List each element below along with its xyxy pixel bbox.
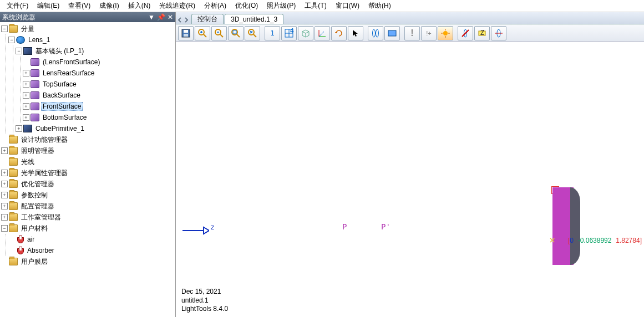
axes-button[interactable] (315, 26, 330, 40)
expand-icon[interactable]: + (23, 81, 29, 88)
panel-title: 系统浏览器 (2, 13, 36, 22)
tab-console[interactable]: 控制台 (191, 14, 224, 24)
wireframe-lens-button[interactable] (368, 26, 383, 40)
tree-bottomsurface[interactable]: BottomSurface (41, 113, 88, 122)
tree-design-mgr[interactable]: 设计功能管理器 (19, 135, 69, 145)
info-button[interactable]: ! (404, 26, 420, 40)
select-button[interactable] (348, 26, 363, 40)
expand-icon[interactable]: + (16, 125, 22, 132)
principal-point-p-prime: P' (381, 222, 391, 231)
expand-icon[interactable]: + (23, 103, 29, 110)
render-button[interactable] (438, 26, 453, 40)
menu-raytrace[interactable]: 光线追迹(R) (155, 0, 200, 12)
quad-view-button[interactable]: 4 (281, 26, 297, 40)
surface-icon (31, 69, 39, 77)
tree-frontsurface-selected[interactable]: FrontSurface (41, 102, 83, 111)
tree-baselens[interactable]: 基本镜头 (LP_1) (34, 46, 85, 57)
tree-topsurface[interactable]: TopSurface (41, 80, 78, 89)
tree-user-coatings[interactable]: 用户膜层 (19, 257, 49, 267)
menu-tools[interactable]: 工具(T) (300, 0, 331, 12)
expand-icon[interactable]: + (1, 181, 8, 187)
principal-point-p: P (342, 222, 347, 231)
save-button[interactable] (178, 26, 194, 40)
shaded-view-button[interactable] (384, 26, 400, 40)
menu-window[interactable]: 窗口(W) (331, 0, 364, 12)
menu-file[interactable]: 文件(F) (2, 0, 33, 12)
lens-element-button[interactable] (491, 26, 506, 40)
lens-rear-face (570, 187, 580, 265)
tree-mat-air[interactable]: air (26, 235, 36, 244)
zoom-fit-button[interactable] (245, 26, 260, 40)
collapse-icon[interactable]: − (1, 225, 8, 232)
single-view-button[interactable]: 1 (265, 26, 280, 40)
zoom-in-button[interactable] (195, 26, 210, 40)
collapse-icon[interactable]: − (8, 37, 15, 43)
footer-date: Dec 15, 2021 (181, 288, 228, 296)
coordinate-readout: [0 -0.0638992 1.82784] (568, 236, 642, 244)
tree-lensrearsurface[interactable]: LensRearSurface (41, 69, 96, 78)
collapse-icon[interactable]: − (16, 48, 22, 54)
menu-edit[interactable]: 编辑(E) (33, 0, 64, 12)
svg-line-31 (462, 30, 469, 37)
folder-icon (9, 180, 18, 188)
svg-text:4: 4 (290, 28, 294, 34)
tree-opt-mgr[interactable]: 优化管理器 (19, 179, 56, 190)
surface-icon (31, 103, 39, 110)
expand-icon[interactable]: + (23, 70, 29, 76)
menu-bar: 文件(F) 编辑(E) 查看(V) 成像(I) 插入(N) 光线追迹(R) 分析… (0, 0, 644, 12)
zoom-out-button[interactable] (211, 26, 227, 40)
expand-icon[interactable]: + (1, 203, 8, 209)
menu-image[interactable]: 成像(I) (95, 0, 123, 12)
expand-icon[interactable]: + (23, 92, 29, 99)
tree-mat-absorber[interactable]: Absorber (26, 246, 56, 255)
folder-icon (9, 224, 18, 232)
collapse-icon[interactable]: − (1, 25, 8, 32)
tree-config-mgr[interactable]: 配置管理器 (19, 201, 56, 212)
tree-lensfrontsurface[interactable]: (LensFrontSurface) (41, 58, 102, 67)
tree-param[interactable]: 参数控制 (19, 190, 49, 201)
tree-root[interactable]: 分量 (19, 24, 36, 34)
menu-photoreal[interactable]: 照片级(P) (262, 0, 300, 12)
svg-line-11 (237, 34, 240, 37)
expand-icon[interactable]: + (1, 192, 8, 198)
rotate-button[interactable] (331, 26, 347, 40)
3d-viewport[interactable]: z P P' × [0 -0.0638992 1.82784] Dec 15, … (176, 42, 644, 317)
menu-analysis[interactable]: 分析(A) (200, 0, 231, 12)
folder-icon (9, 258, 18, 265)
tree-lens[interactable]: Lens_1 (27, 35, 52, 44)
expand-icon[interactable]: + (1, 214, 8, 221)
view-cube-button[interactable] (298, 26, 313, 40)
expand-icon[interactable]: + (23, 114, 29, 121)
hide-rays-button[interactable] (458, 26, 473, 40)
z-axis-arrow-icon (181, 225, 209, 236)
tree-user-materials[interactable]: 用户材料 (19, 223, 49, 234)
tab-next-icon[interactable] (184, 17, 189, 23)
expand-icon[interactable]: + (1, 147, 8, 154)
tree-backsurface[interactable]: BackSurface (41, 91, 82, 100)
svg-rect-12 (233, 30, 236, 34)
panel-close-icon[interactable]: ✕ (168, 13, 173, 21)
panel-pin-icon[interactable]: 📌 (157, 13, 165, 21)
menu-insert[interactable]: 插入(N) (124, 0, 155, 12)
lens-icon (16, 36, 25, 44)
tree-ray[interactable]: 光线 (19, 157, 36, 167)
axis-label-z: z (210, 223, 215, 231)
tree-studio-mgr[interactable]: 工作室管理器 (19, 212, 63, 223)
menu-help[interactable]: 帮助(H) (364, 0, 395, 12)
menu-view[interactable]: 查看(V) (64, 0, 95, 12)
menu-optimize[interactable]: 优化(O) (231, 0, 262, 12)
z-plane-button[interactable]: Z (474, 26, 490, 40)
lens-geometry[interactable] (552, 187, 580, 265)
add-info-button[interactable]: !+ (421, 26, 437, 40)
system-browser-panel: 系统浏览器 ▼ 📌 ✕ −分量 −Lens_1 −基本镜头 (LP_1) (Le… (0, 12, 176, 317)
cube-icon (23, 125, 32, 132)
tree-optprop-mgr[interactable]: 光学属性管理器 (19, 168, 69, 178)
expand-icon[interactable]: + (1, 170, 8, 176)
tab-prev-icon[interactable] (177, 17, 182, 23)
tree-illum-mgr[interactable]: 照明管理器 (19, 146, 56, 156)
panel-dropdown-icon[interactable]: ▼ (148, 13, 155, 21)
tree-cubeprimitive[interactable]: CubePrimitive_1 (34, 124, 86, 133)
tree-view[interactable]: −分量 −Lens_1 −基本镜头 (LP_1) (LensFrontSurfa… (0, 22, 175, 317)
tab-3d-view[interactable]: 3D_untitled.1_3 (225, 14, 283, 24)
zoom-window-button[interactable] (228, 26, 244, 40)
